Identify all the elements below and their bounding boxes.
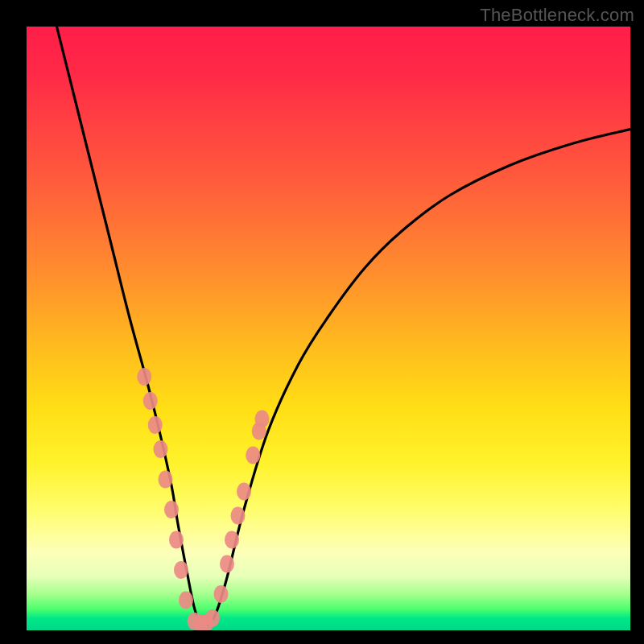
marker-dot bbox=[246, 447, 260, 464]
plot-area bbox=[27, 27, 630, 630]
highlighted-points bbox=[137, 368, 269, 630]
marker-dot bbox=[164, 501, 179, 518]
bottleneck-curve bbox=[57, 27, 631, 625]
marker-dot bbox=[205, 609, 220, 627]
marker-dot bbox=[169, 531, 184, 549]
chart-frame: TheBottleneck.com bbox=[0, 0, 644, 644]
marker-dot bbox=[231, 507, 246, 525]
marker-dot bbox=[255, 411, 270, 428]
chart-svg bbox=[27, 27, 630, 630]
marker-dot bbox=[179, 592, 193, 609]
marker-dot bbox=[154, 440, 168, 458]
marker-dot bbox=[237, 483, 251, 501]
marker-dot bbox=[225, 531, 239, 549]
marker-dot bbox=[143, 392, 158, 410]
marker-dot bbox=[220, 555, 234, 573]
watermark-text: TheBottleneck.com bbox=[480, 5, 634, 26]
marker-dot bbox=[137, 368, 151, 386]
marker-dot bbox=[159, 471, 173, 489]
marker-dot bbox=[148, 416, 163, 434]
marker-dot bbox=[174, 561, 188, 579]
marker-dot bbox=[214, 585, 229, 603]
